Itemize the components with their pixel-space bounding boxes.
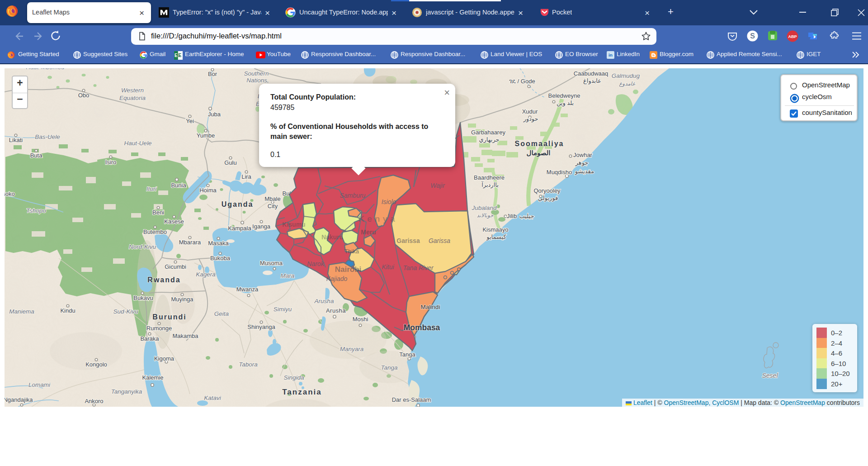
- svg-text:Rwanda: Rwanda: [147, 276, 180, 284]
- svg-text:Nakuru: Nakuru: [321, 233, 343, 241]
- svg-text:Ankoro: Ankoro: [85, 398, 103, 404]
- svg-text:غامدوغ: غامدوغ: [619, 81, 635, 87]
- svg-text:Iganga: Iganga: [252, 223, 271, 230]
- svg-text:Yumbe: Yumbe: [197, 132, 215, 139]
- svg-text:Manyara: Manyara: [340, 346, 364, 352]
- svg-text:Jowhar: Jowhar: [573, 152, 593, 158]
- svg-text:Ituri: Ituri: [146, 185, 157, 192]
- svg-text:كيسمايو: كيسمايو: [486, 233, 506, 241]
- svg-text:Bunia: Bunia: [171, 182, 186, 189]
- svg-text:Makamba: Makamba: [172, 333, 198, 339]
- svg-text:Kongolo: Kongolo: [85, 361, 107, 368]
- svg-text:ABP: ABP: [788, 34, 797, 39]
- svg-text:E: E: [175, 53, 178, 58]
- svg-text:Garbahaarey: Garbahaarey: [471, 129, 505, 136]
- svg-text:Narok: Narok: [307, 260, 324, 267]
- svg-text:S: S: [750, 32, 755, 40]
- svg-text:Buta: Buta: [30, 152, 43, 159]
- svg-text:Kampala: Kampala: [228, 225, 251, 232]
- svg-text:Kasese: Kasese: [164, 218, 184, 225]
- svg-text:Maniema: Maniema: [9, 308, 34, 315]
- svg-text:مقديشو: مقديشو: [575, 168, 594, 175]
- svg-text:Baardheere: Baardheere: [474, 174, 505, 181]
- svg-text:Galmudug: Galmudug: [612, 72, 640, 79]
- svg-text:Musoma: Musoma: [260, 260, 283, 266]
- svg-text:بلد وين: بلد وين: [557, 100, 574, 107]
- svg-text:Gicumbi: Gicumbi: [165, 263, 186, 270]
- svg-text:Tanga: Tanga: [399, 351, 415, 358]
- svg-text:Sesel: Sesel: [762, 372, 778, 379]
- svg-text:Bukavu: Bukavu: [133, 295, 153, 301]
- svg-text:Kigoma: Kigoma: [154, 355, 175, 362]
- svg-text:Arusha: Arusha: [326, 307, 346, 314]
- svg-text:Burundi: Burundi: [152, 313, 186, 321]
- svg-text:عابدواغ: عابدواغ: [583, 77, 601, 85]
- svg-text:الصومال: الصومال: [527, 149, 551, 157]
- svg-text:Xudur: Xudur: [522, 108, 538, 115]
- svg-text:Equatoria: Equatoria: [119, 95, 146, 101]
- svg-text:Lira: Lira: [241, 173, 251, 180]
- svg-text:Mara: Mara: [281, 272, 295, 279]
- svg-text:Butembo: Butembo: [143, 228, 167, 235]
- svg-text:Geita: Geita: [214, 310, 229, 317]
- svg-text:Tanga: Tanga: [381, 364, 398, 371]
- svg-text:Beni: Beni: [152, 209, 164, 216]
- svg-text:Masaka: Masaka: [208, 240, 229, 247]
- svg-text:Beledweyne: Beledweyne: [548, 92, 580, 99]
- svg-text:Dar es-Salaam: Dar es-Salaam: [392, 396, 431, 403]
- svg-text:Western: Western: [121, 87, 144, 94]
- svg-text:Bukoba: Bukoba: [210, 255, 231, 262]
- svg-text:Moshi: Moshi: [353, 316, 368, 323]
- svg-text:Juba: Juba: [208, 111, 221, 118]
- svg-text:Gulu: Gulu: [224, 159, 236, 166]
- svg-text:Malindi: Malindi: [421, 304, 440, 310]
- svg-text:Soomaaliya: Soomaaliya: [515, 140, 564, 147]
- svg-text:Haut-Mbomou: Haut-Mbomou: [26, 68, 65, 71]
- svg-text:Caabudwaaq: Caabudwaaq: [574, 70, 609, 77]
- svg-text:Kenya: Kenya: [358, 214, 397, 223]
- svg-text:Hoima: Hoima: [199, 187, 217, 194]
- svg-text:Baraka: Baraka: [140, 335, 159, 342]
- svg-text:Basoko: Basoko: [5, 190, 15, 197]
- svg-text:Mbale: Mbale: [264, 195, 280, 202]
- svg-text:Kajiado: Kajiado: [326, 275, 348, 282]
- svg-text:حودور: حودور: [523, 115, 538, 123]
- svg-text:Samburu: Samburu: [340, 192, 366, 199]
- svg-text:Garissa: Garissa: [396, 237, 420, 244]
- svg-text:Muqdisho: Muqdisho: [547, 169, 572, 176]
- svg-text:جوهر: جوهر: [575, 159, 589, 166]
- svg-text:Meru: Meru: [361, 228, 376, 236]
- svg-text:Nations,: Nations,: [246, 77, 269, 84]
- svg-text:Yei: Yei: [186, 118, 194, 124]
- svg-text:Arusha: Arusha: [314, 298, 334, 304]
- svg-text:جربهاري: جربهاري: [479, 136, 499, 143]
- svg-text:Nord-Kivu: Nord-Kivu: [129, 243, 156, 250]
- svg-text:جوبالاند: جوبالاند: [476, 212, 494, 219]
- svg-text:Lomami: Lomami: [28, 381, 51, 388]
- svg-text:Muyinga: Muyinga: [171, 296, 193, 303]
- svg-text:Thika: Thika: [344, 248, 359, 255]
- svg-text:Tana River: Tana River: [403, 264, 434, 271]
- svg-text:Mombasa: Mombasa: [404, 323, 440, 332]
- svg-text:Southern: Southern: [244, 70, 269, 77]
- svg-text:Rumonge: Rumonge: [146, 325, 172, 332]
- svg-text:Jubaland: Jubaland: [472, 204, 497, 211]
- svg-text:Singida: Singida: [283, 374, 304, 381]
- svg-text:Kalemie: Kalemie: [142, 374, 164, 381]
- svg-text:بااردبرآ: بااردبرآ: [481, 181, 499, 189]
- svg-text:جيليب: جيليب: [519, 213, 534, 219]
- svg-text:Simiyu: Simiyu: [274, 306, 292, 313]
- svg-text:Nairobi: Nairobi: [335, 265, 362, 274]
- svg-text:Kagera: Kagera: [196, 271, 216, 278]
- svg-text:Uganda: Uganda: [222, 200, 254, 208]
- svg-text:فوريولي: فوريولي: [538, 195, 558, 202]
- svg-text:Mwanza: Mwanza: [236, 286, 259, 293]
- svg-text:Kisumu: Kisumu: [282, 221, 305, 228]
- svg-text:Isiro: Isiro: [105, 159, 117, 166]
- svg-text:Tshopo: Tshopo: [26, 207, 46, 214]
- svg-text:Qoryooley: Qoryooley: [533, 187, 561, 194]
- svg-text:Ngandajika: Ngandajika: [5, 396, 33, 403]
- svg-text:Isiolo: Isiolo: [382, 198, 396, 205]
- svg-text:Bas-Uele: Bas-Uele: [35, 133, 60, 140]
- svg-text:Kismaayo: Kismaayo: [482, 226, 508, 233]
